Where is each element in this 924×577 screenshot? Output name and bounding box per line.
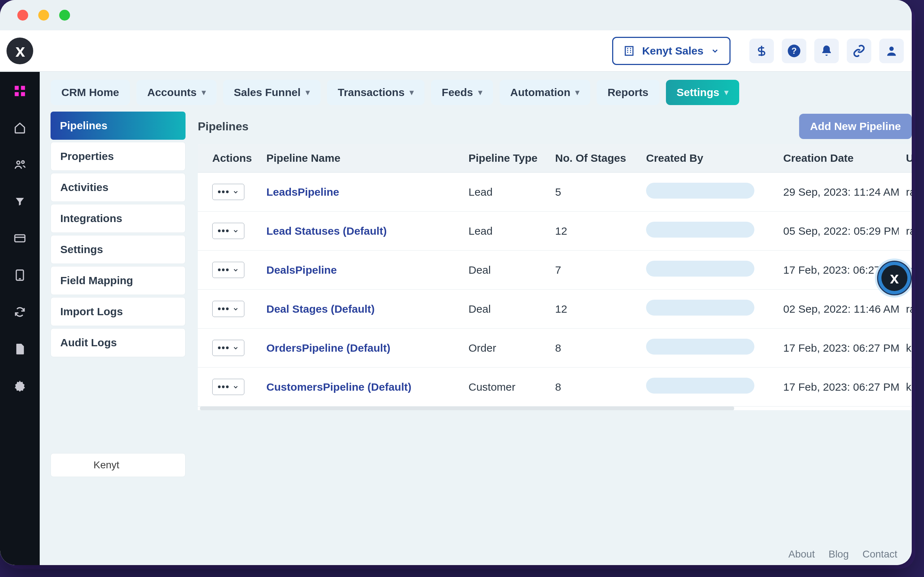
footer-about[interactable]: About <box>788 548 815 560</box>
svg-point-15 <box>17 161 20 164</box>
nav-label: Feeds <box>442 86 473 98</box>
footer-links: About Blog Contact <box>788 548 897 560</box>
created-by-cell <box>639 367 776 406</box>
nav-label: Automation <box>510 86 570 98</box>
chevron-down-icon <box>233 345 239 351</box>
org-selector[interactable]: Kenyt Sales <box>612 37 731 65</box>
sidemenu-integrations[interactable]: Integrations <box>51 204 185 233</box>
created-by-cell <box>639 329 776 367</box>
row-actions-button[interactable]: ••• <box>212 223 244 239</box>
row-actions-button[interactable]: ••• <box>212 184 244 200</box>
chevron-down-icon <box>233 228 239 234</box>
sidemenu-settings[interactable]: Settings <box>51 235 185 264</box>
footer-blog[interactable]: Blog <box>828 548 848 560</box>
window: x Kenyt Sales ? <box>0 0 912 565</box>
svg-point-10 <box>889 47 893 51</box>
sidemenu-label: Audit Logs <box>60 337 117 348</box>
rail-file-icon[interactable] <box>11 340 29 358</box>
sidemenu-label: Properties <box>60 150 114 162</box>
pipeline-name-link[interactable]: Lead Statuses (Default) <box>259 211 461 251</box>
pipeline-name-link[interactable]: LeadsPipeline <box>259 172 461 211</box>
sidemenu-import-logs[interactable]: Import Logs <box>51 297 185 326</box>
nav-label: CRM Home <box>61 86 119 98</box>
creation-date-cell: 17 Feb, 2023: 06:27 PM <box>776 367 899 406</box>
rail-sync-icon[interactable] <box>11 303 29 321</box>
chat-widget-icon: x <box>881 265 907 291</box>
nav-settings[interactable]: Settings▾ <box>666 80 739 105</box>
created-by-redacted <box>646 261 754 277</box>
rail-dashboard-icon[interactable] <box>11 82 29 100</box>
created-by-redacted <box>646 183 754 198</box>
help-icon: ? <box>787 44 801 58</box>
sidemenu-label: Activities <box>60 181 108 193</box>
created-by-redacted <box>646 300 754 316</box>
chevron-down-icon: ▾ <box>725 88 728 97</box>
pipeline-name-link[interactable]: OrdersPipeline (Default) <box>259 329 461 367</box>
sidemenu-audit-logs[interactable]: Audit Logs <box>51 328 185 357</box>
app-body: CRM Home Accounts▾ Sales Funnel▾ Transac… <box>0 72 912 565</box>
nav-reports[interactable]: Reports <box>597 80 659 105</box>
nav-transactions[interactable]: Transactions▾ <box>327 80 424 105</box>
sidemenu-label: Settings <box>60 243 103 255</box>
created-by-redacted <box>646 222 754 238</box>
created-by-cell <box>639 251 776 290</box>
link-button[interactable] <box>847 39 871 63</box>
svg-rect-17 <box>15 235 25 242</box>
sidemenu-activities[interactable]: Activities <box>51 173 185 202</box>
nav-accounts[interactable]: Accounts▾ <box>137 80 217 105</box>
help-button[interactable]: ? <box>782 39 806 63</box>
profile-button[interactable] <box>879 39 904 63</box>
rail-device-icon[interactable] <box>11 266 29 284</box>
pipeline-stages-cell: 8 <box>548 367 639 406</box>
nav-automation[interactable]: Automation▾ <box>500 80 590 105</box>
nav-label: Reports <box>607 86 648 98</box>
col-pipeline-name: Pipeline Name <box>259 144 461 172</box>
rail-contacts-icon[interactable] <box>11 156 29 174</box>
nav-feeds[interactable]: Feeds▾ <box>431 80 493 105</box>
table-row: ••• LeadsPipelineLead529 Sep, 2023: 11:2… <box>198 172 912 211</box>
sidemenu-pipelines[interactable]: Pipelines <box>51 111 185 140</box>
bell-icon <box>820 44 833 57</box>
add-pipeline-button[interactable]: Add New Pipeline <box>799 114 912 139</box>
creation-date-cell: 17 Feb, 2023: 06:27 PM <box>776 329 899 367</box>
billing-button[interactable] <box>749 39 774 63</box>
rail-card-icon[interactable] <box>11 229 29 247</box>
rail-home-icon[interactable] <box>11 119 29 137</box>
updated-by-cell: ka <box>899 367 912 406</box>
col-pipeline-type: Pipeline Type <box>461 144 548 172</box>
chevron-down-icon: ▾ <box>202 88 206 97</box>
rail-settings-icon[interactable] <box>11 377 29 395</box>
pipeline-stages-cell: 12 <box>548 211 639 251</box>
notifications-button[interactable] <box>814 39 839 63</box>
pipeline-name-link[interactable]: DealsPipeline <box>259 251 461 290</box>
rail-funnel-icon[interactable] <box>11 192 29 211</box>
mac-titlebar <box>0 0 912 30</box>
sidemenu-properties[interactable]: Properties <box>51 142 185 171</box>
chat-widget-button[interactable]: x <box>877 261 912 295</box>
window-minimize-icon[interactable] <box>38 10 49 21</box>
row-actions-button[interactable]: ••• <box>212 340 244 356</box>
pipeline-name-link[interactable]: CustomersPipeline (Default) <box>259 367 461 406</box>
app-logo[interactable]: x <box>0 30 40 71</box>
row-actions-button[interactable]: ••• <box>212 262 244 278</box>
window-maximize-icon[interactable] <box>59 10 70 21</box>
col-created-by: Created By <box>639 144 776 172</box>
nav-crm-home[interactable]: CRM Home <box>51 80 130 105</box>
chevron-down-icon: ▾ <box>306 88 310 97</box>
creation-date-cell: 02 Sep, 2022: 11:46 AM <box>776 290 899 329</box>
col-updated-by: U <box>899 144 912 172</box>
footer-contact[interactable]: Contact <box>863 548 898 560</box>
row-actions-button[interactable]: ••• <box>212 379 244 395</box>
chevron-down-icon <box>233 267 239 273</box>
row-actions-button[interactable]: ••• <box>212 301 244 317</box>
building-icon <box>623 45 635 57</box>
horizontal-scrollbar[interactable] <box>200 406 734 410</box>
settings-sidemenu: Pipelines Properties Activities Integrat… <box>51 111 185 565</box>
pipeline-name-link[interactable]: Deal Stages (Default) <box>259 290 461 329</box>
updated-by-cell: ra <box>899 211 912 251</box>
sidemenu-field-mapping[interactable]: Field Mapping <box>51 266 185 295</box>
created-by-redacted <box>646 378 754 393</box>
pipeline-type-cell: Deal <box>461 290 548 329</box>
window-close-icon[interactable] <box>17 10 28 21</box>
nav-sales-funnel[interactable]: Sales Funnel▾ <box>223 80 320 105</box>
